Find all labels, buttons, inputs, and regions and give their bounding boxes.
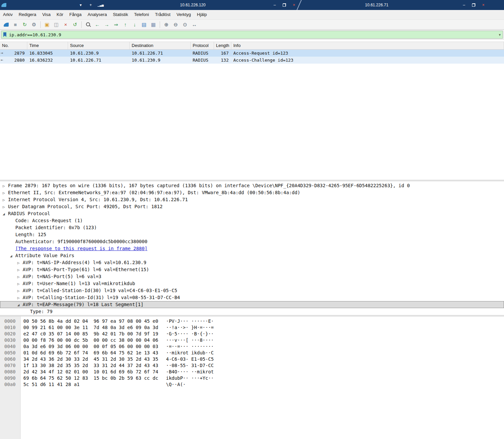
restore-button[interactable]: [281, 2, 288, 8]
menu-item[interactable]: Visa: [39, 10, 54, 19]
hex-row[interactable]: 003000 00 f8 76 00 00 dc 5b 00 00 cc 38 …: [0, 337, 504, 343]
find-packet-button[interactable]: [84, 21, 92, 29]
detail-line[interactable]: Authenticator: 9f190000f8760000dc5b0000c…: [0, 238, 504, 245]
go-forward-button[interactable]: →: [102, 21, 111, 29]
zoom-100-button[interactable]: ⊙: [181, 21, 189, 29]
front-window-titlebar[interactable]: ▾+▁▃▅ 10.61.226.120 –×: [0, 0, 300, 10]
pin-button[interactable]: +: [87, 2, 94, 8]
go-last-button[interactable]: ↓: [130, 21, 139, 29]
goto-packet-button[interactable]: ⇒: [112, 21, 120, 29]
hex-row[interactable]: 005001 0d 6d 69 6b 72 6f 74 69 6b 64 75 …: [0, 350, 504, 356]
detail-line[interactable]: [The response to this request is in fram…: [0, 245, 504, 252]
collapse-icon[interactable]: ◢: [17, 301, 23, 308]
go-first-button[interactable]: ↑: [121, 21, 130, 29]
colorize-button[interactable]: ▦: [149, 21, 158, 29]
menu-item[interactable]: Verktyg: [173, 10, 194, 19]
detail-line[interactable]: Code: Access-Request (1): [0, 217, 504, 224]
expand-icon[interactable]: ▷: [17, 273, 23, 280]
back-window-titlebar[interactable]: 10.61.226.71 –×: [300, 0, 504, 10]
save-file-button[interactable]: ◫: [52, 21, 61, 29]
open-file-button[interactable]: ▣: [43, 21, 51, 29]
expand-icon[interactable]: ▷: [17, 266, 23, 273]
expand-icon[interactable]: ▷: [3, 190, 8, 196]
filter-input[interactable]: [8, 32, 497, 38]
hex-row[interactable]: 006034 2d 43 36 2d 30 33 2d 45 31 2d 30 …: [0, 356, 504, 362]
detail-line[interactable]: ▷Ethernet II, Src: ExtremeNetworks_97:ea…: [0, 189, 504, 196]
detail-line[interactable]: Length: 125: [0, 231, 504, 238]
minimize-button[interactable]: –: [461, 2, 467, 8]
session-dropdown-button[interactable]: ▾: [77, 2, 84, 8]
expand-icon[interactable]: ▷: [17, 280, 23, 287]
hex-row[interactable]: 00802d 42 34 4f 12 02 01 00 10 01 6d 69 …: [0, 369, 504, 375]
zoom-out-button[interactable]: ⊖: [171, 21, 180, 29]
packet-row[interactable]: →287916.83304510.61.230.910.61.226.71RAD…: [0, 50, 504, 57]
collapse-icon[interactable]: ◢: [10, 252, 15, 259]
minimize-button[interactable]: –: [271, 2, 278, 8]
column-header-source[interactable]: Source: [68, 42, 130, 49]
detail-line[interactable]: ▷Internet Protocol Version 4, Src: 10.61…: [0, 196, 504, 203]
filter-bookmark-icon[interactable]: [3, 32, 6, 37]
column-header-time[interactable]: Time: [27, 42, 68, 49]
detail-line[interactable]: ▷AVP: t=NAS-IP-Address(4) l=6 val=10.61.…: [0, 259, 504, 266]
menu-item[interactable]: Fånga: [66, 10, 85, 19]
column-header-protocol[interactable]: Protocol: [191, 42, 214, 49]
detail-line[interactable]: ▷Frame 2879: 167 bytes on wire (1336 bit…: [0, 182, 504, 189]
hex-row[interactable]: 00400a 3d e6 09 3d 06 00 00 00 0f 05 06 …: [0, 343, 504, 350]
hex-row[interactable]: 001000 99 21 61 00 00 3e 11 7d 48 0a 3d …: [0, 324, 504, 331]
start-capture-button[interactable]: [2, 21, 10, 29]
autoscroll-button[interactable]: ▤: [140, 21, 148, 29]
menu-item[interactable]: Trådlöst: [152, 10, 173, 19]
detail-line[interactable]: ▷AVP: t=User-Name(1) l=13 val=mikrotikdu…: [0, 280, 504, 287]
hex-row[interactable]: 00701f 13 30 38 2d 35 35 2d 33 31 2d 44 …: [0, 362, 504, 369]
stop-capture-button[interactable]: ■: [11, 21, 20, 29]
expand-icon[interactable]: ▷: [3, 204, 8, 210]
expand-icon[interactable]: ▷: [3, 183, 8, 189]
close-file-button[interactable]: ×: [61, 21, 70, 29]
expand-icon[interactable]: ▷: [17, 294, 23, 301]
column-header-length[interactable]: Length: [214, 42, 231, 49]
menu-item[interactable]: Redigera: [16, 10, 39, 19]
restore-button[interactable]: [470, 2, 477, 8]
detail-line[interactable]: Packet identifier: 0x7b (123): [0, 224, 504, 231]
hex-row[interactable]: 009069 6b 64 75 62 50 12 83 15 bc 0b 2b …: [0, 375, 504, 381]
detail-line[interactable]: ▷AVP: t=Calling-Station-Id(31) l=19 val=…: [0, 294, 504, 301]
detail-line[interactable]: ▷User Datagram Protocol, Src Port: 49205…: [0, 203, 504, 210]
capture-options-button[interactable]: ⚙: [30, 21, 38, 29]
close-button[interactable]: ×: [291, 2, 297, 8]
menu-item[interactable]: Statistik: [110, 10, 131, 19]
reload-file-button[interactable]: ↺: [71, 21, 79, 29]
hex-ascii: \Q··A(·: [166, 381, 186, 388]
hex-row[interactable]: 000000 50 56 8b 4a dd 02 04 96 97 ea 97 …: [0, 318, 504, 324]
filter-dropdown-icon[interactable]: ▾: [499, 33, 501, 37]
stop-capture-icon: ■: [14, 22, 17, 27]
restart-capture-button[interactable]: ↻: [20, 21, 29, 29]
close-button[interactable]: ×: [480, 2, 487, 8]
detail-line[interactable]: Type: 79: [0, 308, 504, 315]
zoom-in-button[interactable]: ⊕: [162, 21, 171, 29]
menu-item[interactable]: Hjälp: [194, 10, 210, 19]
menu-item[interactable]: Analysera: [85, 10, 110, 19]
packet-row[interactable]: ←288016.83623210.61.226.7110.61.230.9RAD…: [0, 57, 504, 64]
go-back-button[interactable]: ←: [93, 21, 102, 29]
packet-list-body[interactable]: →287916.83304510.61.230.910.61.226.71RAD…: [0, 50, 504, 180]
expand-icon[interactable]: ▷: [17, 287, 23, 294]
detail-line[interactable]: ◢AVP: t=EAP-Message(79) l=18 Last Segmen…: [0, 301, 504, 308]
expand-icon[interactable]: ▷: [3, 197, 8, 203]
collapse-icon[interactable]: ◢: [3, 211, 8, 217]
detail-line[interactable]: ▷AVP: t=NAS-Port-Type(61) l=6 val=Ethern…: [0, 266, 504, 273]
detail-line[interactable]: ◢RADIUS Protocol: [0, 210, 504, 217]
expand-icon[interactable]: ▷: [17, 259, 23, 266]
hex-row[interactable]: 00a05c 51 d6 11 41 28 a1\Q··A(·: [0, 381, 504, 388]
detail-line[interactable]: ▷AVP: t=Called-Station-Id(30) l=19 val=C…: [0, 287, 504, 294]
menu-item[interactable]: Telefoni: [131, 10, 152, 19]
menu-item[interactable]: Arkiv: [0, 10, 16, 19]
connection-signal-button[interactable]: ▁▃▅: [97, 2, 104, 8]
menu-item[interactable]: Kör: [54, 10, 66, 19]
column-header-destination[interactable]: Destination: [130, 42, 191, 49]
hex-row[interactable]: 0020e2 47 c0 35 07 14 00 85 9b 42 01 7b …: [0, 331, 504, 337]
detail-line[interactable]: ◢Attribute Value Pairs: [0, 252, 504, 259]
resize-columns-button[interactable]: ↔: [190, 21, 199, 29]
column-header-info[interactable]: Info: [231, 42, 504, 49]
column-header-no[interactable]: No.: [0, 42, 27, 49]
detail-line[interactable]: ▷AVP: t=NAS-Port(5) l=6 val=3: [0, 273, 504, 280]
